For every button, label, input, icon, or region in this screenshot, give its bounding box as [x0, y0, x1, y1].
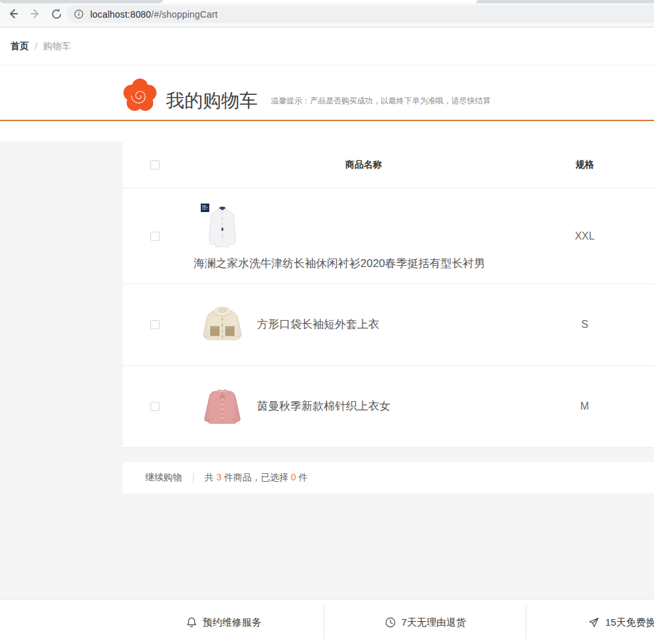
product-spec: M — [580, 401, 589, 412]
back-button[interactable] — [5, 6, 21, 22]
browser-tab[interactable] — [0, 0, 163, 3]
table-header-row: 商品名称 规格 — [123, 141, 654, 188]
product-image-cream-jacket[interactable] — [199, 302, 245, 348]
cart-table: 商品名称 规格 — [123, 141, 654, 448]
services-bar: 预约维修服务 7天无理由退货 15天免费换货 — [0, 599, 654, 644]
page-title: 我的购物车 — [166, 91, 258, 113]
site-info-icon[interactable] — [74, 9, 84, 19]
table-row: 海澜之家水洗牛津纺长袖休闲衬衫2020春季挺括有型长衬男 XXL — [123, 188, 654, 284]
breadcrumb-current: 购物车 — [43, 41, 71, 52]
total-count: 3 — [214, 472, 224, 482]
reload-icon — [50, 8, 63, 20]
column-header-spec: 规格 — [540, 141, 629, 188]
breadcrumb: 首页 / 购物车 — [0, 27, 654, 65]
column-header-name: 商品名称 — [187, 141, 540, 188]
row-checkbox[interactable] — [150, 232, 160, 241]
address-bar[interactable]: localhost:8080/#/shoppingCart — [67, 5, 654, 23]
select-all-checkbox[interactable] — [150, 160, 160, 170]
service-item-exchange[interactable]: 15天免费换货 — [526, 606, 654, 639]
cart-header: 我的购物车 温馨提示：产品是否购买成功，以最终下单为准哦，请尽快结算 — [0, 65, 654, 121]
browser-toolbar: localhost:8080/#/shoppingCart — [0, 0, 654, 27]
row-checkbox[interactable] — [150, 320, 160, 329]
continue-shopping-link[interactable]: 继续购物 — [145, 472, 182, 484]
tab-strip — [0, 0, 654, 3]
service-label: 7天无理由退货 — [402, 617, 466, 629]
service-item-repair[interactable]: 预约维修服务 — [123, 606, 324, 639]
product-name[interactable]: 方形口袋长袖短外套上衣 — [257, 316, 379, 333]
divider — [193, 473, 194, 483]
service-label: 预约维修服务 — [203, 617, 262, 629]
cart-summary-bar: 继续购物 共3件商品，已选择0件 — [123, 462, 654, 493]
product-image-white-shirt[interactable] — [199, 203, 245, 251]
send-icon — [588, 617, 600, 628]
back-icon — [7, 7, 20, 20]
page: localhost:8080/#/shoppingCart 首页 / 购物车 我… — [0, 0, 654, 644]
url-host: localhost:8080 — [90, 9, 151, 20]
cart-hint-text: 温馨提示：产品是否购买成功，以最终下单为准哦，请尽快结算 — [271, 96, 490, 113]
product-spec: XXL — [575, 230, 594, 242]
product-image-pink-cardigan[interactable] — [199, 383, 245, 430]
row-checkbox[interactable] — [150, 402, 160, 411]
table-row: 茵曼秋季新款棉针织上衣女 M — [123, 366, 654, 448]
selected-count: 0 — [288, 472, 299, 482]
forward-button[interactable] — [27, 6, 43, 22]
product-name[interactable]: 茵曼秋季新款棉针织上衣女 — [257, 398, 390, 415]
bell-icon — [186, 617, 198, 628]
clock-icon — [385, 617, 396, 628]
brand-flower-logo-icon — [123, 79, 157, 113]
product-name[interactable]: 海澜之家水洗牛津纺长袖休闲衬衫2020春季挺括有型长衬男 — [194, 255, 540, 272]
breadcrumb-separator: / — [35, 41, 37, 52]
breadcrumb-home-link[interactable]: 首页 — [10, 41, 29, 52]
main-area: 商品名称 规格 — [0, 141, 654, 599]
reload-button[interactable] — [48, 6, 64, 22]
service-item-return[interactable]: 7天无理由退货 — [324, 606, 526, 639]
table-row: 方形口袋长袖短外套上衣 S — [123, 284, 654, 366]
forward-icon — [29, 7, 42, 20]
service-label: 15天免费换货 — [605, 617, 654, 629]
browser-tab[interactable] — [476, 0, 654, 3]
url-text[interactable]: localhost:8080/#/shoppingCart — [90, 9, 218, 20]
url-path: /#/shoppingCart — [151, 9, 218, 20]
cart-count-text: 共3件商品，已选择0件 — [205, 472, 308, 484]
product-spec: S — [581, 319, 589, 331]
